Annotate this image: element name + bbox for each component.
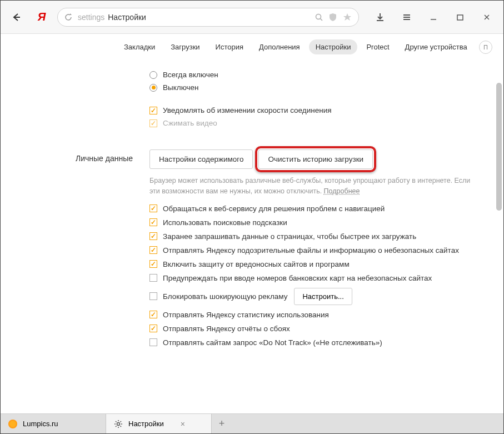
configure-button[interactable]: Настроить... [294,288,352,305]
radio-label: Всегда включен [163,71,218,79]
content-settings-button[interactable]: Настройки содержимого [149,149,253,169]
close-button[interactable] [476,7,498,27]
scrollbar-track[interactable] [495,61,502,402]
radio-icon[interactable] [149,84,157,92]
radio-row[interactable]: Выключен [149,83,487,92]
radio-icon[interactable] [149,71,157,79]
checkbox-icon[interactable] [149,292,157,300]
nav-tab-downloads[interactable]: Загрузки [164,39,206,54]
checkbox-icon[interactable] [149,107,157,114]
checkbox-row[interactable]: Отправлять Яндексу статистику использова… [149,311,487,319]
checkbox-row[interactable]: Блокировать шокирующую рекламуНастроить.… [149,288,487,305]
browser-tab-lumpics[interactable]: Lumpics.ru [1,414,106,434]
checkbox-label: Отправлять сайтам запрос «Do Not Track» … [163,338,382,347]
yandex-logo-icon[interactable]: Я [35,11,48,24]
checkbox-label: Включить защиту от вредоносных сайтов и … [163,260,350,268]
svg-rect-7 [457,15,463,20]
content-area: Всегда включен Выключен Уведомлять об из… [1,61,503,402]
checkbox-row[interactable]: Отправлять Яндексу подозрительные файлы … [149,246,487,255]
checkbox-row[interactable]: Отправлять Яндексу отчёты о сбоях [149,325,487,333]
checkbox-row[interactable]: Включить защиту от вредоносных сайтов и … [149,260,487,268]
tab-title: Настройки [128,420,164,428]
checkbox-label: Отправлять Яндексу подозрительные файлы … [163,246,459,255]
downloads-button[interactable] [369,7,391,27]
radio-label: Выключен [163,83,198,92]
reload-icon[interactable] [64,13,72,21]
nav-extra-button[interactable]: П [479,41,492,54]
nav-tab-other-devices[interactable]: Другие устройства [398,39,474,54]
lumpics-favicon-icon [8,420,17,428]
checkbox-icon[interactable] [149,204,157,212]
nav-tab-protect[interactable]: Protect [360,39,396,54]
bookmark-star-icon[interactable] [343,13,352,22]
back-button[interactable] [6,7,26,27]
maximize-button[interactable] [449,7,471,27]
checkbox-icon[interactable] [149,338,157,346]
checkbox-row[interactable]: Уведомлять об изменении скорости соедине… [149,106,487,114]
nav-tab-settings[interactable]: Настройки [309,39,358,54]
checkbox-label: Сжимать видео [163,119,217,127]
checkbox-label: Отправлять Яндексу отчёты о сбоях [163,325,290,333]
new-tab-button[interactable]: + [212,414,232,434]
svg-point-10 [117,422,120,425]
browser-tab-settings[interactable]: Настройки × [106,414,212,434]
checkbox-icon[interactable] [149,218,157,226]
checkbox-row[interactable]: Отправлять сайтам запрос «Do Not Track» … [149,338,487,347]
minimize-button[interactable] [422,7,445,27]
checkbox-icon[interactable] [149,232,157,240]
nav-tab-bookmarks[interactable]: Закладки [117,39,162,54]
checkbox-row[interactable]: Обращаться к веб-сервису для решения про… [149,204,487,213]
shield-icon[interactable] [328,13,337,22]
checkbox-label: Уведомлять об изменении скорости соедине… [163,106,332,114]
checkbox-row[interactable]: Предупреждать при вводе номеров банковск… [149,274,487,282]
checkbox-row[interactable]: Заранее запрашивать данные о страницах, … [149,232,487,241]
checkbox-icon[interactable] [149,274,157,282]
checkbox-label: Предупреждать при вводе номеров банковск… [163,274,432,282]
settings-nav-tabs: Закладки Загрузки История Дополнения Нас… [1,34,503,61]
address-prefix: settings [78,13,104,22]
address-bar[interactable]: settings Настройки [57,8,359,27]
scrollbar-thumb[interactable] [496,83,502,211]
radio-row[interactable]: Всегда включен [149,71,487,79]
more-link[interactable]: Подробнее [324,187,360,195]
menu-button[interactable] [396,7,418,27]
personal-data-section: Личные данные Настройки содержимого Очис… [17,149,487,352]
checkbox-icon[interactable] [149,311,157,318]
nav-tab-history[interactable]: История [209,39,250,54]
svg-point-1 [316,14,321,19]
tab-strip: Lumpics.ru Настройки × + [1,413,503,433]
checkbox-row: Сжимать видео [149,119,487,127]
nav-tab-addons[interactable]: Дополнения [252,39,307,54]
checkbox-label: Обращаться к веб-сервису для решения про… [163,204,385,213]
checkbox-label: Заранее запрашивать данные о страницах, … [163,232,416,241]
checkbox-label: Блокировать шокирующую рекламу [163,292,287,301]
tab-close-icon[interactable]: × [181,420,185,428]
titlebar: Я settings Настройки [1,1,503,34]
address-title: Настройки [108,13,146,22]
gear-icon [114,420,123,428]
checkbox-row[interactable]: Использовать поисковые подсказки [149,218,487,227]
svg-line-2 [321,18,323,21]
section-label: Личные данные [17,149,149,352]
tab-title: Lumpics.ru [23,420,58,428]
section-description: Браузер может использовать различные веб… [149,176,477,197]
checkbox-icon [149,119,157,127]
checkbox-icon[interactable] [149,325,157,332]
checkbox-icon[interactable] [149,260,157,268]
zoom-icon[interactable] [315,13,323,21]
checkbox-label: Отправлять Яндексу статистику использова… [163,311,329,319]
checkbox-icon[interactable] [149,246,157,254]
clear-download-history-button[interactable]: Очистить историю загрузки [258,149,373,169]
checkbox-label: Использовать поисковые подсказки [163,218,287,227]
